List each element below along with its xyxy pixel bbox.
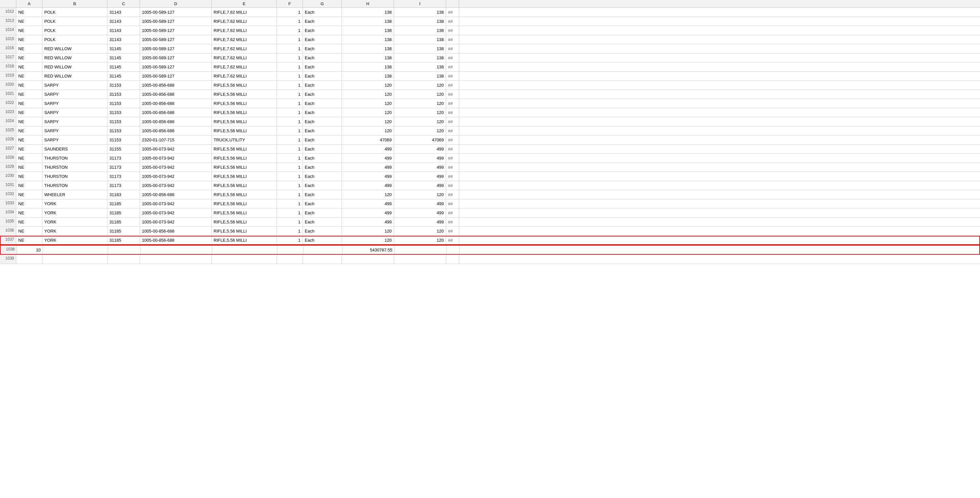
cell-quantity: 1 bbox=[277, 44, 303, 53]
cell-state: NE bbox=[16, 117, 42, 126]
cell-description: RIFLE,7.62 MILLI bbox=[212, 35, 277, 44]
cell-unit-cost: 499 bbox=[342, 218, 394, 226]
empty-cell-e bbox=[212, 255, 277, 264]
cell-county: POLK bbox=[42, 17, 107, 26]
table-row: 1015 NE POLK 31143 1005-00-589-127 RIFLE… bbox=[0, 35, 980, 44]
cell-fips: 31153 bbox=[107, 99, 140, 108]
cell-nsn: 1005-00-073-942 bbox=[140, 199, 212, 208]
cell-state: NE bbox=[16, 53, 42, 62]
cell-nsn: 1005-00-856-688 bbox=[140, 108, 212, 117]
cell-unit-cost: 120 bbox=[342, 99, 394, 108]
cell-fips: 31153 bbox=[107, 126, 140, 135]
cell-county: POLK bbox=[42, 26, 107, 35]
cell-unit-cost: 499 bbox=[342, 172, 394, 181]
row-num: 1033 bbox=[0, 199, 16, 208]
row-num: 1028 bbox=[0, 154, 16, 162]
cell-county: YORK bbox=[42, 199, 107, 208]
cell-overflow: ## bbox=[446, 163, 459, 172]
row-num: 1014 bbox=[0, 26, 16, 35]
table-row: 1022 NE SARPY 31153 1005-00-856-688 RIFL… bbox=[0, 99, 980, 108]
cell-nsn: 1005-00-073-942 bbox=[140, 145, 212, 153]
row-num: 1016 bbox=[0, 44, 16, 53]
cell-quantity: 1 bbox=[277, 126, 303, 135]
cell-fips: 31155 bbox=[107, 145, 140, 153]
cell-unit: Each bbox=[303, 117, 342, 126]
row-num: 1021 bbox=[0, 90, 16, 99]
cell-total-cost: 120 bbox=[394, 81, 446, 89]
table-row: 1018 NE RED WILLOW 31145 1005-00-589-127… bbox=[0, 62, 980, 72]
cell-nsn: 1005-00-589-127 bbox=[140, 53, 212, 62]
cell-nsn: 1005-00-589-127 bbox=[140, 17, 212, 26]
cell-description: RIFLE,7.62 MILLI bbox=[212, 62, 277, 71]
cell-description: RIFLE,5.56 MILLI bbox=[212, 199, 277, 208]
cell-nsn: 1005-00-856-688 bbox=[140, 190, 212, 199]
cell-county: THURSTON bbox=[42, 163, 107, 172]
cell-quantity: 1 bbox=[277, 199, 303, 208]
cell-unit: Each bbox=[303, 145, 342, 153]
table-row: 1024 NE SARPY 31153 1005-00-856-688 RIFL… bbox=[0, 117, 980, 126]
row-num: 1035 bbox=[0, 218, 16, 226]
table-row: 1029 NE THURSTON 31173 1005-00-073-942 R… bbox=[0, 163, 980, 172]
cell-fips: 31183 bbox=[107, 190, 140, 199]
cell-state: NE bbox=[16, 135, 42, 144]
cell-overflow: ## bbox=[446, 108, 459, 117]
cell-total-cost: 47069 bbox=[394, 135, 446, 144]
cell-unit-cost: 138 bbox=[342, 8, 394, 17]
cell-county: SARPY bbox=[42, 108, 107, 117]
table-row: 1035 NE YORK 31185 1005-00-073-942 RIFLE… bbox=[0, 218, 980, 227]
cell-county: SARPY bbox=[42, 90, 107, 99]
empty-cell-c bbox=[107, 255, 140, 264]
cell-quantity: 1 bbox=[277, 190, 303, 199]
total-cell-f bbox=[277, 246, 304, 254]
cell-overflow: ## bbox=[446, 218, 459, 226]
cell-description: RIFLE,5.56 MILLI bbox=[212, 208, 277, 217]
cell-fips: 31153 bbox=[107, 108, 140, 117]
cell-quantity: 1 bbox=[277, 145, 303, 153]
col-header-g: G bbox=[303, 0, 342, 8]
row-num: 1036 bbox=[0, 227, 16, 235]
cell-overflow: ## bbox=[446, 126, 459, 135]
cell-unit: Each bbox=[303, 199, 342, 208]
total-a-value: 10 bbox=[36, 248, 41, 252]
cell-unit-cost: 499 bbox=[342, 181, 394, 190]
cell-description: RIFLE,7.62 MILLI bbox=[212, 17, 277, 26]
empty-cell-d bbox=[140, 255, 212, 264]
cell-description: RIFLE,7.62 MILLI bbox=[212, 8, 277, 17]
cell-fips: 31173 bbox=[107, 154, 140, 162]
cell-total-cost: 120 bbox=[394, 90, 446, 99]
row-num: 1020 bbox=[0, 81, 16, 89]
cell-total-cost: 499 bbox=[394, 181, 446, 190]
col-header-overflow bbox=[446, 0, 459, 8]
row-num: 1022 bbox=[0, 99, 16, 108]
cell-description: RIFLE,5.56 MILLI bbox=[212, 218, 277, 226]
cell-total-cost: 138 bbox=[394, 17, 446, 26]
cell-overflow: ## bbox=[446, 62, 459, 71]
cell-unit-cost: 499 bbox=[342, 199, 394, 208]
col-header-e: E bbox=[212, 0, 277, 8]
cell-unit: Each bbox=[303, 35, 342, 44]
row-num: 1018 bbox=[0, 62, 16, 71]
cell-unit-cost: 120 bbox=[342, 227, 394, 235]
cell-county: THURSTON bbox=[42, 181, 107, 190]
cell-nsn: 1005-00-589-127 bbox=[140, 72, 212, 80]
cell-total-cost: 499 bbox=[394, 172, 446, 181]
cell-nsn: 1005-00-073-942 bbox=[140, 163, 212, 172]
cell-overflow: ## bbox=[446, 135, 459, 144]
cell-quantity: 1 bbox=[277, 227, 303, 235]
cell-overflow: ## bbox=[446, 90, 459, 99]
cell-total-cost: 499 bbox=[394, 208, 446, 217]
cell-nsn: 1005-00-589-127 bbox=[140, 8, 212, 17]
total-row: 1038 10 5430787.55 bbox=[0, 245, 980, 255]
cell-fips: 31143 bbox=[107, 17, 140, 26]
cell-county: THURSTON bbox=[42, 172, 107, 181]
cell-description: RIFLE,5.56 MILLI bbox=[212, 145, 277, 153]
cell-state: NE bbox=[16, 72, 42, 80]
row-num-header bbox=[0, 0, 16, 8]
row-num: 1019 bbox=[0, 72, 16, 80]
empty-cell-b bbox=[42, 255, 107, 264]
row-num: 1024 bbox=[0, 117, 16, 126]
cell-state: NE bbox=[16, 126, 42, 135]
col-header-a: A bbox=[16, 0, 42, 8]
table-row: 1028 NE THURSTON 31173 1005-00-073-942 R… bbox=[0, 154, 980, 163]
cell-quantity: 1 bbox=[277, 35, 303, 44]
